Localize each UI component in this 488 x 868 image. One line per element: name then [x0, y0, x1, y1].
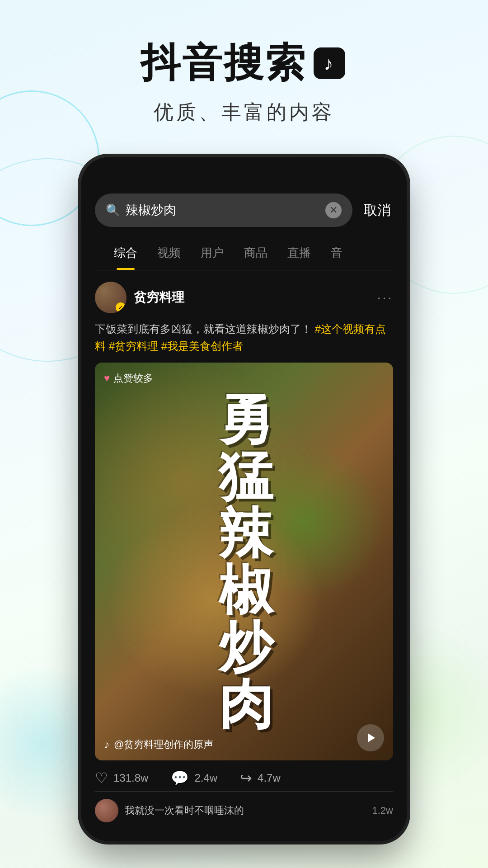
- like-icon: ♡: [95, 769, 108, 787]
- video-thumbnail[interactable]: 勇猛辣椒炒肉 ♥ 点赞较多 ♪ @贫穷料理创作的原声: [95, 363, 393, 760]
- likes-count: 131.8w: [113, 772, 148, 784]
- heart-icon: ♥: [104, 373, 110, 384]
- comment-icon: 💬: [171, 769, 189, 787]
- author-name[interactable]: 贫穷料理: [134, 289, 184, 306]
- phone-inner: 🔍 辣椒炒肉 ✕ 取消 综合 视频 用户: [81, 157, 407, 841]
- music-note-icon: ♪: [104, 738, 109, 751]
- video-big-text: 勇猛辣椒炒肉: [219, 391, 269, 732]
- status-bar: [81, 157, 407, 180]
- search-input-container[interactable]: 🔍 辣椒炒肉 ✕: [95, 193, 352, 227]
- tab-用户[interactable]: 用户: [191, 236, 234, 270]
- tabs-row: 综合 视频 用户 商品 直播 音: [95, 236, 393, 270]
- search-clear-button[interactable]: ✕: [325, 202, 342, 218]
- comment-preview: 我就没一次看时不咽唾沫的 1.2w: [95, 791, 393, 830]
- search-icon: 🔍: [106, 203, 120, 217]
- tab-视频[interactable]: 视频: [147, 236, 191, 270]
- share-icon: ↪: [240, 769, 252, 787]
- commenter-avatar: [95, 799, 118, 822]
- post-body-text: 下饭菜到底有多凶猛，就看这道辣椒炒肉了！: [95, 323, 312, 335]
- comments-stat[interactable]: 💬 2.4w: [171, 769, 217, 787]
- cancel-button[interactable]: 取消: [361, 197, 393, 224]
- video-overlay-text: 勇猛辣椒炒肉: [95, 363, 393, 760]
- tab-直播[interactable]: 直播: [277, 236, 321, 270]
- tab-综合[interactable]: 综合: [104, 236, 147, 270]
- tiktok-logo-icon: ♪: [311, 45, 347, 81]
- app-title: 抖音搜索 ♪: [0, 36, 488, 90]
- app-subtitle: 优质、丰富的内容: [0, 99, 488, 126]
- header-section: 抖音搜索 ♪ 优质、丰富的内容: [0, 0, 488, 148]
- sound-row: ♪ @贫穷料理创作的原声: [104, 738, 213, 751]
- author-info: ✓ 贫穷料理: [95, 282, 184, 313]
- author-avatar[interactable]: ✓: [95, 282, 127, 313]
- shares-count: 4.7w: [258, 772, 281, 784]
- badge-text: 点赞较多: [113, 372, 153, 385]
- verified-badge-icon: ✓: [116, 302, 126, 312]
- search-bar-row: 🔍 辣椒炒肉 ✕ 取消: [95, 193, 393, 227]
- video-like-badge: ♥ 点赞较多: [104, 372, 153, 385]
- tab-商品[interactable]: 商品: [234, 236, 277, 270]
- sound-text: @贫穷料理创作的原声: [114, 738, 213, 751]
- post-text: 下饭菜到底有多凶猛，就看这道辣椒炒肉了！ #这个视频有点料 #贫穷料理 #我是美…: [95, 321, 393, 355]
- svg-text:♪: ♪: [324, 53, 335, 74]
- stats-row: ♡ 131.8w 💬 2.4w ↪ 4.7w: [95, 760, 393, 791]
- phone-frame: 🔍 辣椒炒肉 ✕ 取消 综合 视频 用户: [81, 157, 407, 841]
- comment-count: 1.2w: [372, 805, 393, 816]
- comment-text: 我就没一次看时不咽唾沫的: [125, 804, 244, 817]
- search-area: 🔍 辣椒炒肉 ✕ 取消 综合 视频 用户: [81, 180, 407, 270]
- phone-wrapper: 🔍 辣椒炒肉 ✕ 取消 综合 视频 用户: [0, 157, 488, 841]
- author-row: ✓ 贫穷料理 ···: [95, 282, 393, 313]
- svg-marker-2: [368, 733, 375, 742]
- search-query-text: 辣椒炒肉: [126, 202, 320, 219]
- shares-stat[interactable]: ↪ 4.7w: [240, 769, 281, 787]
- more-options-button[interactable]: ···: [377, 289, 393, 306]
- title-text: 抖音搜索: [141, 36, 307, 90]
- tab-音[interactable]: 音: [321, 236, 352, 270]
- comments-count: 2.4w: [194, 772, 217, 784]
- play-button[interactable]: [357, 724, 384, 751]
- content-area: ✓ 贫穷料理 ··· 下饭菜到底有多凶猛，就看这道辣椒炒肉了！ #这个视频有点料…: [81, 270, 407, 841]
- likes-stat[interactable]: ♡ 131.8w: [95, 769, 148, 787]
